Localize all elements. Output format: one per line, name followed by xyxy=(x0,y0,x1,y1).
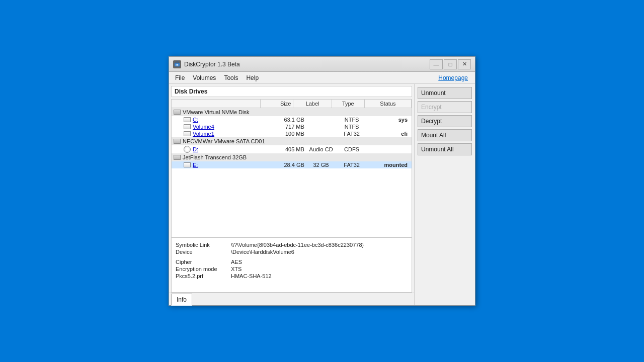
title-bar: DiskCryptor 1.3 Beta — □ ✕ xyxy=(169,57,475,72)
tab-info[interactable]: Info xyxy=(171,294,192,306)
encrypt-button[interactable]: Encrypt xyxy=(418,101,472,113)
tab-bar: Info xyxy=(169,293,414,305)
vol-row-c[interactable]: C: 63.1 GB NTFS sys xyxy=(172,116,412,123)
drive-group-nvme: VMware Virtual NVMe Disk C: 63.1 GB NTFS… xyxy=(172,108,412,137)
encryption-mode-label: Encryption mode xyxy=(176,266,231,272)
minimize-button[interactable]: — xyxy=(430,59,443,69)
cipher-label: Cipher xyxy=(176,259,231,265)
close-button[interactable]: ✕ xyxy=(458,59,471,69)
volume-icon-d xyxy=(184,146,191,153)
window-title: DiskCryptor 1.3 Beta xyxy=(184,61,430,68)
volume-icon-v4 xyxy=(184,124,191,129)
col-size: Size xyxy=(261,100,293,108)
volume-icon-v1 xyxy=(184,131,191,136)
symbolic-link-label: Symbolic Link xyxy=(176,242,231,248)
group-name-nvme: VMware Virtual NVMe Disk xyxy=(183,109,249,115)
vol-type-d: CDFS xyxy=(338,146,365,152)
vol-row-e[interactable]: E: 28.4 GB 32 GB FAT32 mounted xyxy=(172,161,412,168)
group-row-sata: NECVMWar VMware SATA CD01 xyxy=(172,137,412,145)
svg-point-2 xyxy=(177,64,178,65)
col-name xyxy=(172,100,261,108)
vol-row-volume1[interactable]: Volume1 100 MB FAT32 efi xyxy=(172,130,412,137)
vol-type-c: NTFS xyxy=(338,117,365,123)
disk-icon xyxy=(174,110,181,115)
group-name-sata: NECVMWar VMware SATA CD01 xyxy=(183,138,265,144)
vol-name-d: D: xyxy=(193,146,276,152)
content-area: Disk Drives Size Label Type Status VMwar… xyxy=(169,84,475,305)
menu-bar: File Volumes Tools Help Homepage xyxy=(169,72,475,84)
info-row-device: Device \Device\HarddiskVolume6 xyxy=(176,249,408,255)
menu-tools[interactable]: Tools xyxy=(220,73,242,82)
vol-type-e: FAT32 xyxy=(338,162,365,168)
vol-row-volume4[interactable]: Volume4 717 MB NTFS xyxy=(172,123,412,130)
col-label: Label xyxy=(293,100,332,108)
disk-icon-sata xyxy=(174,139,181,144)
decrypt-button[interactable]: Decrypt xyxy=(418,115,472,127)
drive-group-sata: NECVMWar VMware SATA CD01 D: 405 MB Audi… xyxy=(172,137,412,153)
window-controls: — □ ✕ xyxy=(430,59,471,69)
vol-name-c: C: xyxy=(193,117,276,123)
vol-name-e: E: xyxy=(193,162,276,168)
device-value: \Device\HarddiskVolume6 xyxy=(231,249,294,255)
vol-status-e: mounted xyxy=(366,162,410,168)
vol-size-v1: 100 MB xyxy=(276,131,304,137)
mount-all-button[interactable]: Mount All xyxy=(418,129,472,141)
volume-icon-e xyxy=(184,162,191,167)
encryption-mode-value: XTS xyxy=(231,266,242,272)
left-panel: Disk Drives Size Label Type Status VMwar… xyxy=(169,84,415,305)
vol-label-e: 32 GB xyxy=(304,162,338,168)
vol-status-v1: efi xyxy=(366,131,410,137)
vol-status-c: sys xyxy=(366,117,410,123)
vol-size-c: 63.1 GB xyxy=(276,117,304,123)
disk-icon-jetflash xyxy=(174,155,181,160)
menu-volumes[interactable]: Volumes xyxy=(189,73,220,82)
col-status: Status xyxy=(365,100,412,108)
col-type: Type xyxy=(332,100,365,108)
homepage-button[interactable]: Homepage xyxy=(433,73,473,82)
device-label: Device xyxy=(176,249,231,255)
vol-label-d: Audio CD xyxy=(304,146,338,152)
table-header: Size Label Type Status xyxy=(172,100,412,108)
vol-type-v1: FAT32 xyxy=(338,131,365,137)
vol-row-d[interactable]: D: 405 MB Audio CD CDFS xyxy=(172,145,412,153)
info-row-cipher: Cipher AES xyxy=(176,259,408,265)
main-window: DiskCryptor 1.3 Beta — □ ✕ File Volumes … xyxy=(169,56,475,306)
vol-size-e: 28.4 GB xyxy=(276,162,304,168)
info-panel: Symbolic Link \\?\Volume{8f03b4ad-ebdc-1… xyxy=(171,237,412,293)
group-name-jetflash: JetFlash Transcend 32GB xyxy=(183,154,247,160)
group-row-jetflash: JetFlash Transcend 32GB xyxy=(172,153,412,161)
unmount-all-button[interactable]: Unmount All xyxy=(418,143,472,155)
info-row-symbolic: Symbolic Link \\?\Volume{8f03b4ad-ebdc-1… xyxy=(176,242,408,248)
info-row-enc-mode: Encryption mode XTS xyxy=(176,266,408,272)
pkcs-value: HMAC-SHA-512 xyxy=(231,273,272,279)
symbolic-link-value: \\?\Volume{8f03b4ad-ebdc-11ee-bc3d-c836c… xyxy=(231,242,364,248)
pkcs-label: Pkcs5.2.prf xyxy=(176,273,231,279)
maximize-button[interactable]: □ xyxy=(444,59,457,69)
drives-table: Size Label Type Status VMware Virtual NV… xyxy=(171,99,412,237)
disk-drives-header: Disk Drives xyxy=(171,86,412,97)
menu-file[interactable]: File xyxy=(171,73,189,82)
vol-type-v4: NTFS xyxy=(338,124,365,130)
app-icon xyxy=(173,60,181,68)
menu-help[interactable]: Help xyxy=(242,73,263,82)
vol-name-v1: Volume1 xyxy=(193,131,276,137)
right-panel: Unmount Encrypt Decrypt Mount All Unmoun… xyxy=(415,84,475,305)
vol-size-d: 405 MB xyxy=(276,146,304,152)
drive-group-jetflash: JetFlash Transcend 32GB E: 28.4 GB 32 GB… xyxy=(172,153,412,168)
info-row-pkcs: Pkcs5.2.prf HMAC-SHA-512 xyxy=(176,273,408,279)
group-row-nvme: VMware Virtual NVMe Disk xyxy=(172,108,412,116)
cipher-value: AES xyxy=(231,259,242,265)
unmount-button[interactable]: Unmount xyxy=(418,87,472,99)
volume-icon-c xyxy=(184,117,191,122)
vol-name-v4: Volume4 xyxy=(193,124,276,130)
vol-size-v4: 717 MB xyxy=(276,124,304,130)
